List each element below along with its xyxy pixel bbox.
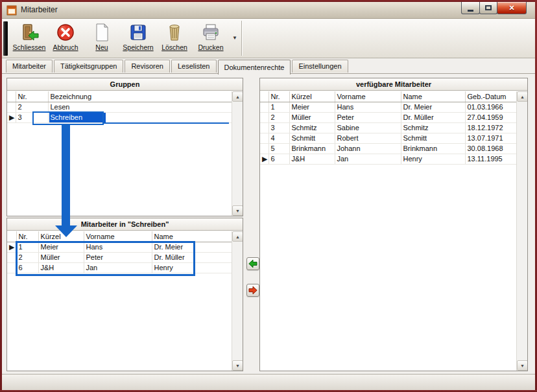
grid-cell[interactable]: 6 bbox=[16, 262, 38, 273]
grid-cell[interactable]: 1 bbox=[16, 242, 38, 252]
row-selector-cell[interactable] bbox=[7, 262, 16, 273]
table-row[interactable]: ▶3Schreiben bbox=[7, 112, 232, 122]
column-header-kuerzel[interactable]: Kürzel bbox=[38, 231, 84, 242]
row-selector-cell[interactable] bbox=[260, 112, 268, 122]
grid-cell[interactable]: Meier bbox=[38, 242, 84, 252]
grid-cell[interactable]: 2 bbox=[268, 112, 289, 122]
schliessen-button[interactable]: Schliessen bbox=[11, 20, 47, 56]
remove-from-group-button[interactable] bbox=[246, 284, 259, 297]
column-header-vorname[interactable]: Vorname bbox=[84, 231, 152, 242]
grid-cell[interactable]: Schmitz bbox=[401, 122, 465, 133]
loeschen-button[interactable]: Löschen bbox=[156, 20, 193, 56]
grid-cell[interactable]: 18.12.1972 bbox=[465, 122, 516, 133]
grid-cell[interactable]: 13.07.1971 bbox=[465, 133, 516, 143]
table-row[interactable]: 5BrinkmannJohannBrinkmann30.08.1968 bbox=[260, 143, 516, 154]
scroll-up-icon[interactable]: ▲ bbox=[517, 91, 527, 102]
row-selector-cell[interactable] bbox=[260, 122, 268, 133]
column-header-nr[interactable]: Nr. bbox=[268, 91, 289, 102]
minimize-button[interactable] bbox=[461, 2, 480, 14]
speichern-button[interactable]: Speichern bbox=[120, 20, 156, 56]
gruppen-scrollbar[interactable]: ▲ ▼ bbox=[232, 91, 243, 216]
grid-cell[interactable]: 5 bbox=[268, 143, 289, 154]
grid-cell[interactable]: 2 bbox=[16, 102, 48, 112]
grid-cell[interactable]: Henry bbox=[401, 154, 465, 164]
grid-cell[interactable]: Meier bbox=[289, 102, 335, 112]
abbruch-button[interactable]: Abbruch bbox=[47, 20, 84, 56]
table-row[interactable]: ▶1MeierHansDr. Meier bbox=[7, 242, 232, 252]
table-row[interactable]: 4SchmittRobertSchmitt13.07.1971 bbox=[260, 133, 516, 143]
tab-leselisten[interactable]: Leselisten bbox=[171, 60, 217, 73]
grid-cell[interactable]: 13.11.1995 bbox=[465, 154, 516, 164]
grid-cell[interactable]: J&H bbox=[289, 154, 335, 164]
grid-cell[interactable]: Schmitt bbox=[401, 133, 465, 143]
table-row[interactable]: ▶6J&HJanHenry13.11.1995 bbox=[260, 154, 516, 164]
grid-cell[interactable]: Hans bbox=[84, 242, 152, 252]
grid-cell[interactable]: Schmitz bbox=[289, 122, 335, 133]
row-selector-cell[interactable]: ▶ bbox=[7, 242, 16, 252]
grid-cell[interactable]: Johann bbox=[335, 143, 401, 154]
tab-mitarbeiter[interactable]: Mitarbeiter bbox=[6, 60, 53, 73]
row-selector-cell[interactable] bbox=[260, 143, 268, 154]
column-header-nr[interactable]: Nr. bbox=[16, 231, 38, 242]
table-row[interactable]: 6J&HJanHenry bbox=[7, 262, 232, 273]
drucken-button[interactable]: Drucken bbox=[193, 20, 229, 56]
grid-cell[interactable]: Dr. Müller bbox=[401, 112, 465, 122]
grid-cell[interactable]: 30.08.1968 bbox=[465, 143, 516, 154]
add-to-group-button[interactable] bbox=[246, 257, 259, 270]
grid-cell[interactable]: Henry bbox=[152, 262, 232, 273]
tab-einstellungen[interactable]: Einstellungen bbox=[292, 60, 348, 73]
row-selector-cell[interactable] bbox=[260, 102, 268, 112]
grid-cell[interactable]: Schmitt bbox=[289, 133, 335, 143]
grid-cell[interactable]: 27.04.1959 bbox=[465, 112, 516, 122]
column-header-vorname[interactable]: Vorname bbox=[335, 91, 401, 102]
grid-cell[interactable]: Dr. Meier bbox=[152, 242, 232, 252]
grid-cell[interactable]: Jan bbox=[84, 262, 152, 273]
grid-cell[interactable]: Jan bbox=[335, 154, 401, 164]
row-selector-cell[interactable] bbox=[7, 252, 16, 262]
column-header-nr[interactable]: Nr. bbox=[16, 91, 48, 102]
grid-cell[interactable]: Dr. Müller bbox=[152, 252, 232, 262]
grid-cell[interactable]: Brinkmann bbox=[401, 143, 465, 154]
table-row[interactable]: 2MüllerPeterDr. Müller27.04.1959 bbox=[260, 112, 516, 122]
grid-cell[interactable]: Robert bbox=[335, 133, 401, 143]
row-selector-cell[interactable]: ▶ bbox=[260, 154, 268, 164]
print-dropdown-arrow[interactable]: ▼ bbox=[230, 33, 239, 43]
column-header-name[interactable]: Name bbox=[152, 231, 232, 242]
scroll-down-icon[interactable]: ▼ bbox=[232, 360, 243, 371]
grid-cell[interactable]: Müller bbox=[38, 252, 84, 262]
column-header-kuerzel[interactable]: Kürzel bbox=[289, 91, 335, 102]
tab-revisoren[interactable]: Revisoren bbox=[125, 60, 170, 73]
table-row[interactable]: 1MeierHansDr. Meier01.03.1966 bbox=[260, 102, 516, 112]
grid-cell[interactable]: 3 bbox=[268, 122, 289, 133]
tab-dokumentenrechte[interactable]: Dokumentenrechte bbox=[218, 60, 291, 75]
grid-cell[interactable]: 6 bbox=[268, 154, 289, 164]
grid-cell[interactable]: 4 bbox=[268, 133, 289, 143]
column-header-name[interactable]: Name bbox=[401, 91, 465, 102]
grid-cell[interactable]: Peter bbox=[84, 252, 152, 262]
toolbar-gripper[interactable] bbox=[3, 21, 8, 56]
grid-cell[interactable]: Müller bbox=[289, 112, 335, 122]
grid-cell[interactable]: 2 bbox=[16, 252, 38, 262]
grid-cell[interactable]: Lesen bbox=[48, 102, 232, 112]
row-selector-cell[interactable]: ▶ bbox=[7, 112, 16, 122]
grid-cell[interactable]: Brinkmann bbox=[289, 143, 335, 154]
grid-cell[interactable]: 3 bbox=[16, 112, 48, 122]
maximize-button[interactable] bbox=[479, 2, 497, 14]
grid-cell[interactable]: 1 bbox=[268, 102, 289, 112]
table-row[interactable]: 2MüllerPeterDr. Müller bbox=[7, 252, 232, 262]
table-row[interactable]: 2Lesen bbox=[7, 102, 232, 112]
neu-button[interactable]: Neu bbox=[84, 20, 120, 56]
tab-taetigkeitsgruppen[interactable]: Tätigkeitsgruppen bbox=[54, 60, 123, 73]
scroll-down-icon[interactable]: ▼ bbox=[232, 205, 243, 216]
column-header-geb-datum[interactable]: Geb.-Datum bbox=[465, 91, 516, 102]
grid-cell[interactable]: Schreiben bbox=[48, 112, 232, 122]
mitarbeiter-scrollbar[interactable]: ▲ ▼ bbox=[232, 231, 243, 371]
scroll-up-icon[interactable]: ▲ bbox=[232, 231, 243, 242]
scroll-down-icon[interactable]: ▼ bbox=[517, 360, 527, 371]
table-row[interactable]: 3SchmitzSabineSchmitz18.12.1972 bbox=[260, 122, 516, 133]
row-selector-cell[interactable] bbox=[260, 133, 268, 143]
grid-cell[interactable]: J&H bbox=[38, 262, 84, 273]
titlebar[interactable]: Mitarbeiter ✕ bbox=[2, 2, 535, 19]
close-button[interactable]: ✕ bbox=[497, 2, 527, 14]
grid-cell[interactable]: Hans bbox=[335, 102, 401, 112]
